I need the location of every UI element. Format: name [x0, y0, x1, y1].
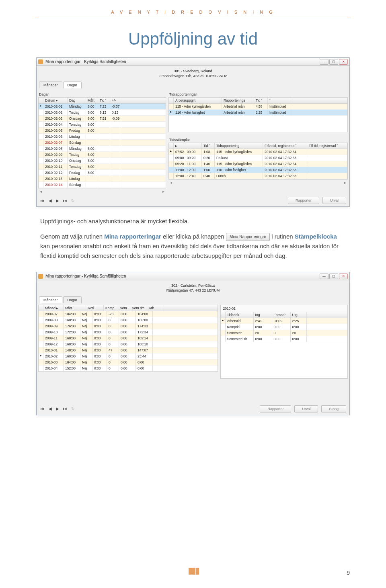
table-row[interactable]: 2009-11168:00Nej0:0000:00169:14 — [39, 335, 218, 341]
table-row[interactable]: 2010-02-03Onsdag8:007:51-0:09 — [39, 116, 166, 122]
table-row[interactable]: ▸07:52 - 09:001:08115 - Adm kyrkogården2… — [169, 149, 347, 155]
nav-prev-icon[interactable]: ◀ — [48, 198, 53, 203]
table-row[interactable]: 2010-02-09Tisdag8:00 — [39, 152, 166, 158]
table-row[interactable]: Komptid0:000:000:00 — [221, 324, 347, 330]
table-cell: 2:25 — [291, 318, 307, 324]
h-scrollbar[interactable]: ◂▸ — [168, 180, 348, 186]
close-button[interactable]: ✕ — [339, 274, 348, 279]
table-row[interactable]: 2009-12168:00Nej0:0000:00168:10 — [39, 341, 218, 347]
days-grid[interactable]: Datum ▸DagMåttTid ˇ+/- ▸2010-02-01Måndag… — [38, 97, 166, 188]
column-header[interactable]: Utg — [291, 312, 307, 318]
tab-months[interactable]: Månader — [39, 296, 62, 303]
table-row[interactable]: 2010-02-07Söndag — [39, 140, 166, 146]
nav-last-icon[interactable]: ⏭ — [62, 198, 68, 203]
table-row[interactable]: ▸2010-02160:00Nej0:0000:0023:44 — [39, 353, 218, 359]
table-row[interactable]: 09:00 - 09:200:20Frukost2010-02-04 17:32… — [169, 155, 347, 161]
minimize-button[interactable]: — — [320, 274, 329, 279]
rapporter-button[interactable]: Rapporter — [288, 197, 319, 204]
column-header[interactable]: +/- — [110, 98, 122, 103]
table-row[interactable]: 2009-07184:00Nej0:00-230:00184:00 — [39, 311, 218, 317]
column-header[interactable]: Månad ▸ — [43, 305, 64, 311]
table-row[interactable]: 115 - Adm kyrkogårdenArbetstid mån4:58In… — [169, 104, 347, 110]
table-row[interactable]: ▸2010-02-01Måndag8:007:23-0:37 — [39, 104, 166, 110]
column-header[interactable]: Komp — [104, 305, 118, 311]
table-row[interactable]: 2010-03184:00Nej0:0000:000:00 — [39, 359, 218, 365]
column-header[interactable]: Arb — [147, 305, 164, 311]
column-header[interactable]: ˇ — [268, 98, 291, 103]
reports-grid[interactable]: ArbetsuppgiftRapporteringsTid ˇˇ 115 - A… — [168, 97, 348, 132]
table-row[interactable]: 2010-02-12Fredag8:00 — [39, 170, 166, 176]
column-header[interactable]: Mått ˇ — [64, 305, 86, 311]
maximize-button[interactable]: ▢ — [329, 59, 338, 65]
column-header[interactable]: Ing — [254, 312, 272, 318]
table-row[interactable]: Semester28028 — [221, 330, 347, 336]
tab-days[interactable]: Dagar — [63, 296, 82, 303]
nav-next-icon[interactable]: ▶ — [55, 406, 60, 411]
table-row[interactable]: 2010-02-13Lördag — [39, 176, 166, 182]
nav-first-icon[interactable]: ⏮ — [40, 198, 45, 203]
inline-button-mina-rapporteringar[interactable]: Mina Rapporteringar — [226, 233, 270, 241]
table-row[interactable]: 2009-10172:00Nej0:0000:00172:34 — [39, 329, 218, 335]
column-header[interactable]: Sem tim — [130, 305, 147, 311]
table-row[interactable]: 09:20 - 11:001:40115 - Adm kyrkogården20… — [169, 161, 347, 167]
column-header[interactable]: Datum ▸ — [43, 98, 68, 103]
column-header[interactable]: Tid ˇ — [254, 98, 268, 103]
tab-days[interactable]: Dagar — [63, 82, 82, 88]
column-header[interactable]: Dag — [68, 98, 86, 103]
table-row[interactable]: 2010-02-14Söndag — [39, 182, 166, 188]
column-header[interactable]: Tidrapportering — [215, 143, 263, 149]
nav-refresh-icon[interactable]: ↻ — [70, 406, 75, 411]
table-row[interactable]: 12:00 - 12:400:40Lunch2010-02-04 17:32:5… — [169, 173, 347, 179]
header-rule — [36, 17, 350, 17]
minimize-button[interactable]: — — [320, 59, 329, 65]
months-grid[interactable]: Månad ▸Mått ˇAvsl ˇKompSemSem timArb 200… — [38, 305, 218, 372]
maximize-button[interactable]: ▢ — [329, 274, 338, 279]
column-header[interactable]: Till tid, registrerad ˇ — [307, 143, 347, 149]
h-scrollbar[interactable]: ◂▸ — [38, 188, 166, 194]
table-row[interactable]: 2010-04152:00Nej0:0000:000:00 — [39, 365, 218, 372]
tab-months[interactable]: Månader — [39, 82, 62, 88]
record-nav[interactable]: ⏮ ◀ ▶ ⏭ ↻ — [40, 198, 75, 203]
table-cell: 184:00 — [136, 311, 153, 317]
table-row[interactable]: 2010-02-06Lördag — [39, 134, 166, 140]
table-row[interactable]: 2010-02-04Torsdag8:00 — [39, 122, 166, 128]
urval-button[interactable]: Urval — [294, 405, 318, 412]
table-row[interactable]: Semester i tir0:000:000:00 — [221, 336, 347, 342]
stamps-grid[interactable]: ▸Tid ˇTidrapporteringFrån tid, registrer… — [168, 143, 348, 180]
stang-button[interactable]: Stäng — [321, 405, 346, 412]
table-row[interactable]: 2009-08168:00Nej0:0000:00166:00 — [39, 317, 218, 323]
column-header[interactable]: Tid ˇ — [98, 98, 110, 103]
table-row[interactable]: 2010-02-02Tisdag8:008:130:13 — [39, 110, 166, 116]
column-header[interactable]: Sem — [118, 305, 130, 311]
column-header[interactable]: Tid ˇ — [202, 143, 215, 149]
record-nav[interactable]: ⏮ ◀ ▶ ⏭ ↻ — [40, 406, 75, 411]
table-cell: 8:00 — [86, 164, 98, 169]
table-row[interactable]: 2010-01148:00Nej0:00470:00147:07 — [39, 347, 218, 353]
table-row[interactable]: 2010-02-05Fredag8:00 — [39, 128, 166, 134]
nav-prev-icon[interactable]: ◀ — [48, 406, 53, 411]
table-row[interactable]: 2009-09176:00Nej0:0000:00174:33 — [39, 323, 218, 329]
nav-refresh-icon[interactable]: ↻ — [70, 198, 75, 203]
tidbank-grid[interactable]: 2010-02 TidbankIngFörändrUtg ▸Arbetstid2… — [220, 305, 348, 379]
column-header[interactable]: Förändr — [272, 312, 291, 318]
table-row[interactable]: ▸116 - Adm fastighetArbetstid mån2:25Ins… — [169, 110, 347, 116]
nav-next-icon[interactable]: ▶ — [55, 198, 60, 203]
urval-button[interactable]: Urval — [322, 197, 346, 204]
column-header[interactable]: Arbetsuppgift — [174, 98, 222, 103]
table-row[interactable]: 2010-02-10Onsdag8:00 — [39, 158, 166, 164]
table-row[interactable]: 2010-02-11Torsdag8:00 — [39, 164, 166, 170]
table-row[interactable]: 2010-02-08Måndag8:00 — [39, 146, 166, 152]
table-cell: Nej — [80, 353, 92, 359]
table-row[interactable]: 11:00 - 12:001:00116 - Adm fastighet2010… — [169, 167, 347, 173]
nav-last-icon[interactable]: ⏭ — [62, 406, 68, 411]
column-header[interactable]: Avsl ˇ — [86, 305, 104, 311]
rapporter-button[interactable]: Rapporter — [260, 405, 291, 412]
nav-first-icon[interactable]: ⏮ — [40, 406, 45, 411]
column-header[interactable]: Mått — [86, 98, 98, 103]
column-header[interactable]: Från tid, registrerac ˇ — [263, 143, 307, 149]
close-button[interactable]: ✕ — [339, 59, 348, 65]
table-row[interactable]: ▸Arbetstid2:41-0:162:25 — [221, 318, 347, 324]
column-header[interactable]: ▸ — [174, 143, 202, 149]
column-header[interactable]: Tidbank — [226, 312, 254, 318]
column-header[interactable]: Rapporterings — [222, 98, 254, 103]
